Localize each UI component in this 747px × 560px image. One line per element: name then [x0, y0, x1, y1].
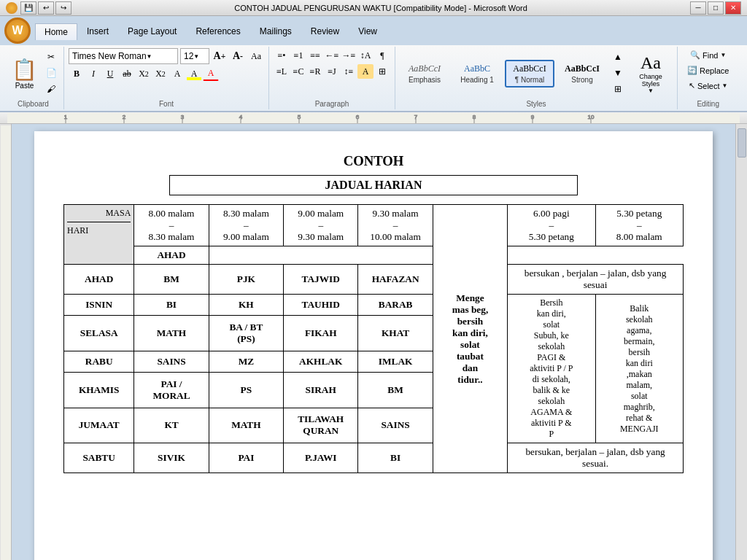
tab-view[interactable]: View: [349, 23, 387, 39]
ruler: 1 2 3 4 5 6 7 8 9 10: [0, 112, 747, 124]
hari-label: HARI: [67, 225, 131, 236]
sabtu-col1: SIVIK: [134, 443, 209, 473]
borders-btn[interactable]: ⊞: [374, 64, 390, 79]
increase-font-btn[interactable]: A+: [212, 49, 228, 63]
selasa-col1: MATH: [134, 316, 209, 351]
svg-text:9: 9: [531, 114, 535, 120]
sabtu-col4: BI: [358, 443, 433, 473]
justify-btn[interactable]: ≡J: [324, 64, 340, 79]
change-styles-btn[interactable]: Aa ChangeStyles ▼: [629, 50, 673, 98]
tab-insert[interactable]: Insert: [77, 23, 118, 39]
style-heading1-btn[interactable]: AaBbC Heading 1: [452, 60, 502, 88]
clear-format-btn[interactable]: Aa: [248, 49, 264, 63]
cut-button[interactable]: ✂: [43, 50, 59, 65]
paragraph-label: Paragraph: [315, 98, 349, 108]
bold-btn[interactable]: B: [69, 66, 85, 81]
align-left-btn[interactable]: ≡L: [274, 64, 290, 79]
style-emphasis-btn[interactable]: AaBbCcI Emphasis: [400, 60, 449, 88]
svg-rect-21: [1, 125, 11, 560]
find-button[interactable]: 🔍 Find ▼: [685, 48, 731, 62]
svg-text:10: 10: [588, 114, 595, 120]
shading-btn[interactable]: A: [357, 64, 374, 79]
sabtu-col6-7: bersukan, berjalan – jalan, dsb yang ses…: [508, 443, 684, 473]
col4-header: 9.30 malam–10.00 malam: [358, 205, 433, 246]
align-center-btn[interactable]: ≡C: [290, 64, 306, 79]
style-strong-btn[interactable]: AaBbCcI Strong: [557, 60, 607, 88]
text-effects-btn[interactable]: A: [169, 66, 185, 81]
col7-header: 5.30 petang–8.00 malam: [595, 205, 683, 246]
bullets-btn[interactable]: ≡•: [274, 48, 290, 63]
paste-button[interactable]: 📋 Paste: [7, 56, 42, 91]
svg-text:7: 7: [414, 114, 418, 120]
select-icon: ↖: [689, 81, 695, 90]
underline-btn[interactable]: U: [102, 66, 118, 81]
scroll-right[interactable]: [735, 124, 747, 560]
multilevel-btn[interactable]: ≡≡: [307, 48, 323, 63]
undo-btn[interactable]: ↩: [38, 1, 54, 15]
styles-more[interactable]: ⊞: [610, 82, 626, 97]
increase-indent-btn[interactable]: →≡: [341, 48, 357, 63]
document-content[interactable]: CONTOH JADUAL HARIAN MASA HARI 8.00 mala…: [12, 124, 735, 560]
scrollbar-thumb[interactable]: [738, 128, 746, 158]
isnin-col3: TAUHID: [284, 295, 358, 316]
font-size-dropdown-arrow[interactable]: ▼: [193, 53, 199, 60]
select-label: Select: [697, 82, 720, 90]
subscript-btn[interactable]: X2: [136, 66, 152, 81]
font-size-text: 12: [184, 51, 193, 61]
page-title: CONTOH: [63, 153, 684, 169]
col6-merged: Bersihkan diri,solatSubuh, kesekolahPAGI…: [508, 295, 595, 443]
table-row-isnin: ISNIN BI KH TAUHID BARAB Bersihkan diri,…: [64, 295, 684, 316]
font-color-btn[interactable]: A: [203, 66, 219, 81]
clipboard-label: Clipboard: [18, 98, 49, 108]
sabtu-label: SABTU: [64, 443, 134, 473]
table-row-ahad: AHAD: [64, 246, 684, 265]
tab-references[interactable]: References: [186, 23, 249, 39]
minimize-btn[interactable]: ─: [690, 1, 706, 15]
copy-button[interactable]: 📄: [43, 66, 59, 81]
ahad-col1: BM: [134, 265, 209, 295]
line-spacing-btn[interactable]: ↕≡: [341, 64, 357, 79]
tab-review[interactable]: Review: [301, 23, 349, 39]
font-name-dropdown-arrow[interactable]: ▼: [147, 53, 152, 60]
decrease-indent-btn[interactable]: ←≡: [324, 48, 340, 63]
maximize-btn[interactable]: □: [708, 1, 724, 15]
select-button[interactable]: ↖ Select ▼: [684, 79, 733, 93]
highlight-btn[interactable]: A: [186, 66, 202, 81]
font-size-selector[interactable]: 12 ▼: [180, 48, 209, 64]
quick-save-btn[interactable]: 💾: [20, 1, 36, 15]
jumaat-col3: TILAWAHQURAN: [284, 408, 358, 443]
redo-btn[interactable]: ↪: [55, 1, 71, 15]
show-marks-btn[interactable]: ¶: [374, 48, 390, 63]
table-header-row: MASA HARI 8.00 malam–8.30 malam 8.30 mal…: [64, 205, 684, 246]
sort-btn[interactable]: ↕A: [357, 48, 374, 63]
col7-merged: Baliksekolahagama,bermain,bersihkan diri…: [595, 295, 683, 443]
replace-button[interactable]: 🔄 Replace: [682, 63, 734, 77]
decrease-font-btn[interactable]: A-: [230, 49, 246, 63]
rabu-col3: AKHLAK: [284, 351, 358, 372]
find-arrow: ▼: [720, 52, 726, 58]
style-normal-btn[interactable]: AaBbCcI ¶ Normal: [505, 60, 554, 88]
align-right-btn[interactable]: ≡R: [307, 64, 323, 79]
numbering-btn[interactable]: ≡1: [290, 48, 306, 63]
ahad-col3: TAJWID: [284, 265, 358, 295]
strikethrough-btn[interactable]: ab: [119, 66, 135, 81]
font-name-selector[interactable]: Times New Roman ▼: [69, 48, 178, 64]
styles-scroll-down[interactable]: ▼: [610, 66, 626, 81]
tab-mailings[interactable]: Mailings: [250, 23, 301, 39]
styles-group: AaBbCcI Emphasis AaBbC Heading 1 AaBbCcI…: [395, 47, 678, 109]
style-heading1-name: Heading 1: [460, 76, 494, 84]
close-btn[interactable]: ✕: [725, 1, 741, 15]
tab-page-layout[interactable]: Page Layout: [118, 23, 186, 39]
paste-icon: 📋: [12, 58, 37, 82]
clipboard-group: 📋 Paste ✂ 📄 🖌 Clipboard: [3, 47, 64, 109]
tab-home[interactable]: Home: [35, 23, 77, 40]
office-button[interactable]: W: [4, 18, 31, 44]
superscript-btn[interactable]: X2: [152, 66, 169, 81]
format-painter-button[interactable]: 🖌: [43, 82, 59, 97]
replace-icon: 🔄: [687, 66, 697, 75]
col5-merged: Mengemas beg,bersihkan diri,solattaubatd…: [433, 205, 507, 473]
styles-scroll-up[interactable]: ▲: [610, 50, 626, 65]
jadual-table: MASA HARI 8.00 malam–8.30 malam 8.30 mal…: [63, 204, 684, 473]
italic-btn[interactable]: I: [85, 66, 101, 81]
ahad-row-label: AHAD: [64, 265, 134, 295]
